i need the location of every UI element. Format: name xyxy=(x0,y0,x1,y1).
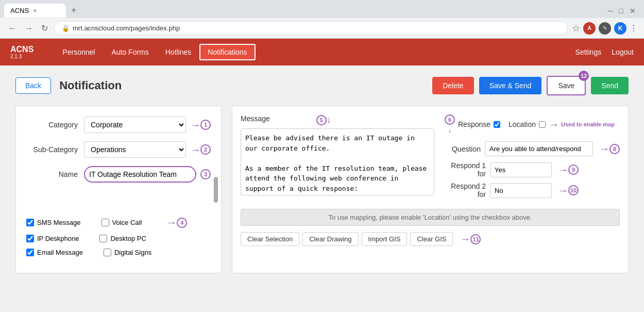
save-badge: 12 xyxy=(579,71,589,81)
profile-initial: K xyxy=(618,25,623,32)
minimize-button[interactable]: ─ xyxy=(608,7,613,15)
respond1-input[interactable] xyxy=(490,162,552,177)
left-panel: Category Corporate ← 1 Sub-Category Oper… xyxy=(15,106,222,273)
bookmark-icon[interactable]: ☆ xyxy=(572,23,580,34)
sms-label: SMS Message xyxy=(37,219,81,226)
save-send-button[interactable]: Save & Send xyxy=(479,77,542,94)
subcategory-label: Sub-Category xyxy=(26,145,78,154)
action-buttons: Delete Save & Send Save 12 Send xyxy=(432,76,629,95)
send-button[interactable]: Send xyxy=(591,77,629,94)
checkbox-row-2: IP Deskphone Desktop PC xyxy=(26,235,211,242)
voice-checkbox[interactable] xyxy=(101,219,109,226)
new-tab-button[interactable]: + xyxy=(69,3,79,18)
email-checkbox-item: Email Message xyxy=(26,249,83,256)
response-group: 6 ↓ Response xyxy=(445,114,500,134)
voice-checkbox-item: Voice Call xyxy=(101,219,142,226)
category-row: Category Corporate ← 1 xyxy=(26,117,211,133)
header-right: Settings Logout xyxy=(575,48,634,56)
nav-menu: Personnel Auto Forms Hotlines Notificati… xyxy=(54,44,255,60)
checkbox-row-1: SMS Message Voice Call ← 4 xyxy=(26,217,211,228)
annotation-4: ← 4 xyxy=(166,217,187,228)
tab-title: ACNS xyxy=(10,7,29,14)
delete-button[interactable]: Delete xyxy=(432,77,473,94)
import-gis-button[interactable]: Import GIS xyxy=(362,232,408,246)
save-button-wrapper: Save 12 xyxy=(547,76,586,95)
annotation-num-11: 11 xyxy=(470,234,481,244)
response-section: 6 ↓ Response Location ← xyxy=(445,114,620,203)
name-input[interactable] xyxy=(84,166,196,183)
panels: Category Corporate ← 1 Sub-Category Oper… xyxy=(15,106,629,273)
extension-icon-1[interactable]: A xyxy=(583,22,596,35)
respond2-label: Respond 2 for xyxy=(445,182,486,199)
name-label: Name xyxy=(26,170,78,178)
logout-link[interactable]: Logout xyxy=(612,48,634,56)
desktop-checkbox-item: Desktop PC xyxy=(99,235,146,242)
category-select[interactable]: Corporate xyxy=(84,117,186,133)
nav-item-hotlines[interactable]: Hotlines xyxy=(157,44,200,60)
respond2-input[interactable] xyxy=(490,183,552,198)
maximize-button[interactable]: □ xyxy=(619,7,623,15)
back-nav-button[interactable]: ← xyxy=(6,22,19,35)
browser-menu-button[interactable]: ⋮ xyxy=(630,23,638,33)
annotation-8: ← 8 xyxy=(599,143,620,155)
refresh-button[interactable]: ↻ xyxy=(39,21,50,35)
annotation-num-8: 8 xyxy=(609,144,620,154)
nav-item-notifications[interactable]: Notifications xyxy=(199,44,255,60)
response-label: Response xyxy=(458,120,490,128)
location-group: Location ← Used to enable map xyxy=(509,119,615,130)
annotation-11: ← 11 xyxy=(460,233,481,245)
forward-nav-button[interactable]: → xyxy=(23,22,35,35)
annotation-3: 3 xyxy=(200,169,211,179)
lock-icon: 🔒 xyxy=(62,25,70,32)
digital-label: Digital Signs xyxy=(114,249,151,256)
annotation-2: ← 2 xyxy=(190,144,211,156)
right-panel: Message 5 ↓ Please be advised there is a… xyxy=(232,106,629,273)
message-textarea[interactable]: Please be advised there is an IT outage … xyxy=(241,128,434,195)
tab-bar: ACNS × + ─ □ ✕ xyxy=(0,0,644,18)
nav-item-personnel[interactable]: Personnel xyxy=(54,44,103,60)
sms-checkbox[interactable] xyxy=(26,219,34,226)
app-name: ACNS xyxy=(10,45,33,54)
question-label: Question xyxy=(445,145,481,153)
annotation-num-4: 4 xyxy=(177,218,187,228)
annotation-num-6: 6 xyxy=(445,114,455,125)
app-version: 2.1.3 xyxy=(10,54,33,59)
annotation-10: ← 10 xyxy=(558,185,579,196)
clear-gis-button[interactable]: Clear GIS xyxy=(410,232,453,246)
settings-link[interactable]: Settings xyxy=(575,48,602,56)
annotation-num-1: 1 xyxy=(200,120,211,130)
clear-drawing-button[interactable]: Clear Drawing xyxy=(302,232,358,246)
annotation-5: 5 ↓ xyxy=(316,114,331,125)
extension-icon-2[interactable]: ✎ xyxy=(599,22,611,35)
profile-icon[interactable]: K xyxy=(614,22,626,35)
sms-checkbox-item: SMS Message xyxy=(26,219,81,226)
response-location-row: 6 ↓ Response Location ← xyxy=(445,114,620,134)
desktop-checkbox[interactable] xyxy=(99,235,107,242)
annotation-num-10: 10 xyxy=(568,185,579,195)
email-label: Email Message xyxy=(37,249,83,256)
subcategory-select[interactable]: Operations xyxy=(84,141,186,158)
scroll-indicator[interactable] xyxy=(214,177,218,203)
nav-item-autoforms[interactable]: Auto Forms xyxy=(103,44,157,60)
checkbox-section: SMS Message Voice Call ← 4 IP D xyxy=(26,217,211,256)
ip-checkbox[interactable] xyxy=(26,235,34,242)
message-label: Message xyxy=(241,114,270,123)
url-bar[interactable]: 🔒 mrt.acnscloud.com/pages/index.php xyxy=(54,21,568,35)
digital-checkbox-item: Digital Signs xyxy=(104,249,151,256)
clear-selection-button[interactable]: Clear Selection xyxy=(241,232,299,246)
question-input[interactable] xyxy=(485,141,593,156)
respond1-row: Respond 1 for ← 9 xyxy=(445,161,620,178)
tab-close-button[interactable]: × xyxy=(33,7,37,14)
location-checkbox[interactable] xyxy=(539,121,546,128)
close-window-button[interactable]: ✕ xyxy=(630,7,636,15)
digital-checkbox[interactable] xyxy=(104,249,111,256)
email-checkbox[interactable] xyxy=(26,249,34,256)
location-label: Location xyxy=(509,120,536,128)
response-checkbox[interactable] xyxy=(494,121,500,128)
desktop-label: Desktop PC xyxy=(110,235,146,242)
active-tab[interactable]: ACNS × xyxy=(4,4,66,18)
main-content: Back Notification Delete Save & Send Sav… xyxy=(0,65,644,303)
right-top: Message 5 ↓ Please be advised there is a… xyxy=(241,114,620,203)
location-hint: Used to enable map xyxy=(561,121,615,127)
back-button[interactable]: Back xyxy=(15,77,51,94)
